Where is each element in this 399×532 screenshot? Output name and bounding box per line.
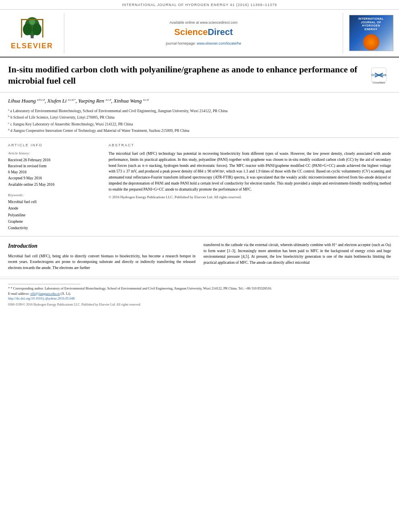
article-dates: Received 26 February 2016 Received in re… <box>8 157 101 188</box>
elsevier-name: ELSEVIER <box>11 41 53 51</box>
accepted-date: Accepted 9 May 2016 <box>8 175 101 181</box>
journal-header: ELSEVIER Available online at www.science… <box>0 10 399 58</box>
license-line: 0360-3199/© 2016 Hydrogen Energy Publica… <box>8 302 391 307</box>
introduction-two-col: Introduction Microbial fuel cell (MFC), … <box>8 242 391 271</box>
abstract-text: The microbial fuel cell (MFC) technology… <box>109 151 391 192</box>
journal-cover-title: International Journal ofHYDROGENENERGY <box>350 16 393 33</box>
available-online-date: Available online 25 May 2016 <box>8 182 101 188</box>
sciencedirect-logo: ScienceDirect <box>174 26 233 39</box>
authors-section: Lihua Huang a,b,c,d, Xiufen Li a,c,d,*, … <box>0 92 399 138</box>
available-online-text: Available online at www.sciencedirect.co… <box>170 20 238 25</box>
introduction-right-col: transferred to the cathode via the exter… <box>204 242 391 271</box>
svg-rect-6 <box>42 19 43 37</box>
svg-point-2 <box>23 23 31 35</box>
crossmark-badge: CrossMark CrossMark <box>367 64 391 88</box>
introduction-section: Introduction Microbial fuel cell (MFC), … <box>0 236 399 277</box>
author-xinhua-wang: Xinhua Wang <box>113 98 142 104</box>
elsevier-logo-col: ELSEVIER <box>0 13 64 53</box>
journal-citation: INTERNATIONAL JOURNAL OF HYDROGEN ENERGY… <box>122 3 277 7</box>
author-lihua-huang: Lihua Huang <box>8 98 36 104</box>
svg-rect-5 <box>21 19 22 37</box>
journal-cover-image: International Journal ofHYDROGENENERGY <box>349 15 393 51</box>
abstract-header: ABSTRACT <box>109 143 391 148</box>
affiliation-b: b b School of Life Science, Linyi Univer… <box>8 114 391 120</box>
abstract-copyright: © 2016 Hydrogen Energy Publications LLC.… <box>109 195 391 200</box>
introduction-right-text: transferred to the cathode via the exter… <box>204 242 391 266</box>
received-revised-label: Received in revised form <box>8 163 101 169</box>
introduction-heading: Introduction <box>8 242 195 250</box>
introduction-left-text: Microbial fuel cell (MFC), being able to… <box>8 253 195 271</box>
doi-line: http://dx.doi.org/10.1016/j.ijhydene.201… <box>8 296 391 301</box>
email-person: (X. Li). <box>61 292 71 296</box>
journal-center-col: Available online at www.sciencedirect.co… <box>64 13 343 53</box>
corresponding-affil: Laboratory of Environmental Biotechnolog… <box>45 286 272 290</box>
svg-point-3 <box>32 23 41 35</box>
author-xiufen-li: Xiufen Li <box>47 98 67 104</box>
history-label: Article history: <box>8 151 101 156</box>
footer-section: * * Corresponding author. Laboratory of … <box>0 279 399 309</box>
crossmark-icon: CrossMark CrossMark <box>369 66 389 86</box>
journal-homepage: journal homepage: www.elsevier.com/locat… <box>166 41 241 46</box>
abstract-col: ABSTRACT The microbial fuel cell (MFC) t… <box>109 143 391 231</box>
affiliation-d: d d Jiangsu Cooperative Innovation Cente… <box>8 127 391 134</box>
email-label: E-mail address: <box>8 292 29 296</box>
keyword-anode: Anode <box>8 205 101 212</box>
keyword-graphene: Graphene <box>8 218 101 225</box>
email-link[interactable]: xfli@jiangnan.edu.cn <box>30 292 60 296</box>
email-line: E-mail address: xfli@jiangnan.edu.cn (X.… <box>8 291 391 296</box>
article-info-abstract-section: ARTICLE INFO Article history: Received 2… <box>0 138 399 236</box>
affiliations: a a Laboratory of Environmental Biotechn… <box>8 108 391 134</box>
footnote-divider <box>8 284 80 284</box>
keyword-polyaniline: Polyaniline <box>8 212 101 218</box>
author-yueping-ren: Yueping Ren <box>78 98 104 104</box>
corresponding-author-line: * * Corresponding author. Laboratory of … <box>8 286 391 291</box>
journal-cover-col: International Journal ofHYDROGENENERGY <box>343 13 399 53</box>
sciencedirect-sci: Science <box>174 27 208 37</box>
keywords-block: Keywords: Microbial fuel cell Anode Poly… <box>8 193 101 231</box>
doi-link[interactable]: http://dx.doi.org/10.1016/j.ijhydene.201… <box>8 296 75 300</box>
article-info-header: ARTICLE INFO <box>8 143 101 148</box>
article-history-block: Article history: Received 26 February 20… <box>8 151 101 188</box>
corresponding-label: * Corresponding author. <box>10 286 43 290</box>
received-date-1: Received 26 February 2016 <box>8 157 101 163</box>
introduction-left-col: Introduction Microbial fuel cell (MFC), … <box>8 242 195 271</box>
journal-homepage-link[interactable]: www.elsevier.com/locate/he <box>197 41 241 45</box>
keyword-microbial-fuel-cell: Microbial fuel cell <box>8 199 101 205</box>
article-info-col: ARTICLE INFO Article history: Received 2… <box>8 143 101 231</box>
affiliation-c: c c Jiangsu Key Laboratory of Anaerobic … <box>8 121 391 127</box>
keywords-label: Keywords: <box>8 193 101 198</box>
svg-text:CrossMark: CrossMark <box>373 81 386 84</box>
svg-rect-7 <box>21 19 43 20</box>
affiliation-a: a a Laboratory of Environmental Biotechn… <box>8 108 391 114</box>
keyword-conductivity: Conductivity <box>8 225 101 231</box>
journal-header-bar: INTERNATIONAL JOURNAL OF HYDROGEN ENERGY… <box>0 0 399 10</box>
elsevier-tree-icon <box>16 15 48 39</box>
journal-cover-decoration <box>363 34 379 50</box>
sciencedirect-direct: Direct <box>208 27 232 37</box>
authors-line: Lihua Huang a,b,c,d, Xiufen Li a,c,d,*, … <box>8 97 391 105</box>
article-title-section: In-situ modified carbon cloth with polya… <box>0 58 399 92</box>
article-title: In-situ modified carbon cloth with polya… <box>8 64 367 87</box>
revised-date: 6 May 2016 <box>8 169 101 175</box>
